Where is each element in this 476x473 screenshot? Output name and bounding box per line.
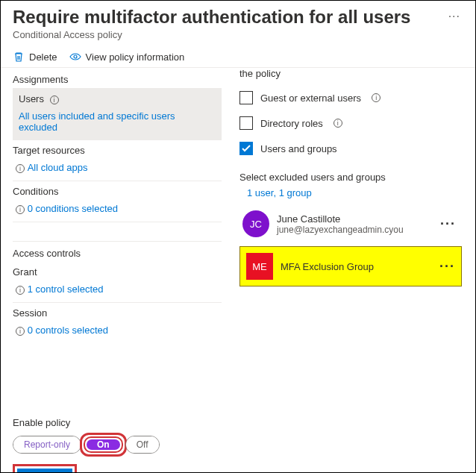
grant-label: Grant — [13, 266, 222, 278]
page-title: Require multifactor authentication for a… — [13, 7, 410, 28]
session-value-link[interactable]: 0 controls selected — [28, 325, 108, 336]
excluded-count-link[interactable]: 1 user, 1 group — [247, 187, 312, 198]
user-name: June Castillote — [277, 213, 430, 225]
check-icon — [241, 143, 251, 154]
avatar: ME — [246, 253, 273, 280]
grant-value-link[interactable]: 1 control selected — [28, 284, 104, 295]
directory-roles-checkbox[interactable] — [239, 116, 253, 130]
enable-policy-toggle-off-wrap[interactable]: Off — [125, 436, 160, 454]
conditions-section[interactable]: Conditions i 0 conditions selected — [13, 181, 222, 222]
users-card[interactable]: Users i All users included and specific … — [13, 89, 222, 140]
directory-roles-label: Directory roles — [260, 118, 323, 129]
access-controls-heading: Access controls — [13, 242, 222, 262]
users-label: Users — [19, 93, 44, 104]
target-resources-section[interactable]: Target resources i All cloud apps — [13, 140, 222, 181]
group-name: MFA Exclusion Group — [281, 261, 429, 272]
info-icon[interactable]: i — [372, 93, 381, 102]
excluded-user-row[interactable]: JC June Castillote june@lazyexchangeadmi… — [239, 204, 462, 243]
right-top-text: the policy — [239, 68, 462, 85]
info-icon[interactable]: i — [50, 95, 59, 104]
session-label: Session — [13, 307, 222, 319]
grant-section[interactable]: Grant i 1 control selected — [13, 262, 222, 303]
excluded-group-row-highlighted[interactable]: ME MFA Exclusion Group ··· — [239, 246, 462, 286]
target-value-link[interactable]: All cloud apps — [28, 162, 88, 173]
guest-users-checkbox[interactable] — [239, 91, 253, 104]
user-email: june@lazyexchangeadmin.cyou — [277, 225, 430, 235]
info-icon[interactable]: i — [16, 164, 25, 173]
row-more-button[interactable]: ··· — [437, 216, 459, 232]
enable-policy-label: Enable policy — [13, 417, 463, 428]
users-groups-label: Users and groups — [260, 143, 337, 154]
annotation-highlight-on: On — [80, 433, 127, 457]
toggle-off[interactable]: Off — [126, 436, 159, 453]
view-policy-info-button[interactable]: View policy information — [69, 51, 185, 63]
users-value-link[interactable]: All users included and specific users ex… — [19, 110, 216, 133]
header-more-button[interactable]: ··· — [445, 7, 463, 26]
avatar: JC — [242, 210, 269, 237]
select-excluded-label: Select excluded users and groups — [239, 161, 462, 183]
assignments-heading: Assignments — [13, 69, 222, 89]
users-groups-checkbox[interactable] — [239, 142, 253, 155]
page-subtitle: Conditional Access policy — [1, 29, 475, 46]
conditions-label: Conditions — [13, 186, 222, 197]
row-more-button[interactable]: ··· — [436, 259, 458, 275]
info-icon[interactable]: i — [16, 327, 25, 336]
conditions-value-link[interactable]: 0 conditions selected — [28, 203, 118, 214]
enable-policy-toggle[interactable]: Report-only — [13, 436, 81, 454]
info-icon[interactable]: i — [16, 205, 25, 214]
info-icon[interactable]: i — [16, 286, 25, 295]
svg-point-0 — [74, 55, 77, 58]
target-label: Target resources — [13, 145, 222, 156]
session-section[interactable]: Session i 0 controls selected — [13, 303, 222, 343]
toggle-report-only[interactable]: Report-only — [13, 436, 81, 453]
info-icon[interactable]: i — [333, 119, 342, 128]
annotation-highlight-save: Save — [13, 464, 77, 473]
delete-button[interactable]: Delete — [13, 51, 57, 63]
guest-users-label: Guest or external users — [260, 93, 361, 104]
trash-icon — [13, 51, 25, 63]
toggle-on[interactable]: On — [87, 439, 120, 450]
eye-icon — [69, 51, 81, 63]
save-button[interactable]: Save — [17, 469, 72, 473]
